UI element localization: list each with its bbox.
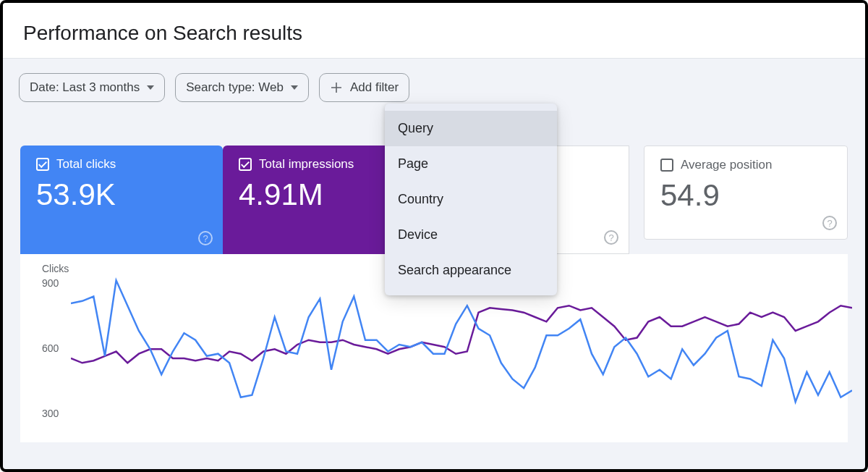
- help-icon[interactable]: ?: [604, 230, 618, 245]
- add-filter-button[interactable]: Add filter: [319, 73, 409, 102]
- help-icon[interactable]: ?: [822, 216, 837, 230]
- metric-label: Total clicks: [56, 157, 116, 172]
- search-type-label: Search type: Web: [186, 80, 284, 95]
- dropdown-item-page[interactable]: Page: [385, 146, 557, 182]
- date-filter-label: Date: Last 3 months: [30, 80, 140, 95]
- chevron-down-icon: [291, 85, 298, 90]
- search-type-filter-chip[interactable]: Search type: Web: [175, 73, 309, 102]
- y-tick-label: 900: [42, 277, 59, 289]
- checkbox-icon: [660, 159, 673, 172]
- plus-icon: [330, 81, 343, 94]
- metric-label: Average position: [681, 158, 772, 172]
- add-filter-dropdown: QueryPageCountryDeviceSearch appearance: [385, 104, 557, 295]
- dropdown-item-query[interactable]: Query: [385, 111, 557, 146]
- chevron-down-icon: [147, 85, 154, 90]
- y-tick-label: 300: [42, 408, 59, 419]
- dropdown-item-device[interactable]: Device: [385, 217, 557, 253]
- metric-value: 54.9: [660, 178, 831, 213]
- dropdown-item-search-appearance[interactable]: Search appearance: [385, 253, 557, 288]
- metric-label: Total impressions: [259, 157, 354, 172]
- filter-bar: Date: Last 3 months Search type: Web Add…: [3, 58, 865, 117]
- checkbox-icon: [239, 158, 252, 171]
- help-icon[interactable]: ?: [198, 231, 213, 245]
- date-filter-chip[interactable]: Date: Last 3 months: [19, 73, 165, 102]
- page-title: Performance on Search results: [3, 3, 865, 58]
- y-tick-label: 600: [42, 342, 59, 354]
- add-filter-label: Add filter: [350, 80, 399, 95]
- metric-card-clicks[interactable]: Total clicks 53.9K ?: [20, 146, 223, 254]
- metric-value: 4.91M: [239, 177, 409, 212]
- chart-axis-title: Clicks: [42, 263, 69, 274]
- checkbox-icon: [36, 158, 49, 171]
- metric-card-position[interactable]: Average position 54.9 ?: [644, 146, 848, 240]
- metric-value: 53.9K: [36, 177, 207, 212]
- dropdown-item-country[interactable]: Country: [385, 182, 557, 217]
